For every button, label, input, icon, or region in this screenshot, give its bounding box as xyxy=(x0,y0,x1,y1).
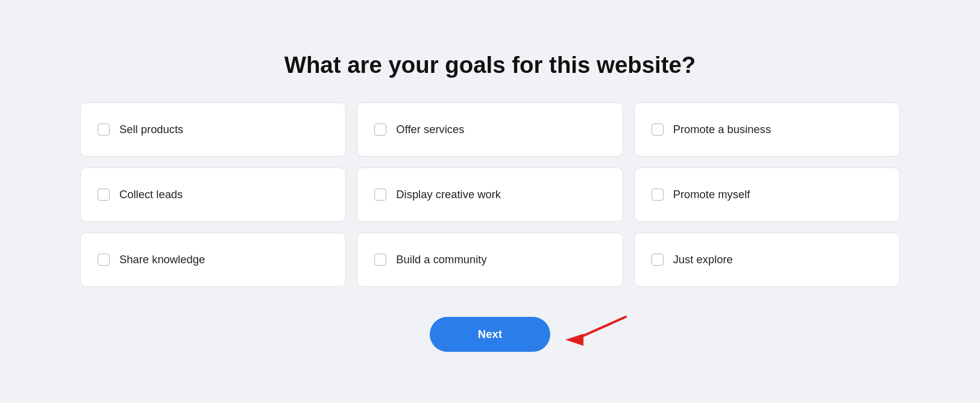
bottom-area: Next xyxy=(430,317,551,352)
checkbox-display-creative-work[interactable] xyxy=(374,189,386,201)
next-button[interactable]: Next xyxy=(430,317,551,352)
checkbox-promote-a-business[interactable] xyxy=(652,123,664,136)
option-card-share-knowledge[interactable]: Share knowledge xyxy=(80,233,346,287)
option-card-display-creative-work[interactable]: Display creative work xyxy=(357,167,623,222)
option-label-display-creative-work: Display creative work xyxy=(396,188,501,201)
option-card-collect-leads[interactable]: Collect leads xyxy=(80,167,346,222)
svg-marker-1 xyxy=(565,334,583,346)
option-card-sell-products[interactable]: Sell products xyxy=(80,102,346,157)
svg-line-0 xyxy=(574,317,626,340)
checkbox-collect-leads[interactable] xyxy=(98,189,110,201)
checkbox-build-a-community[interactable] xyxy=(374,254,386,266)
options-grid: Sell productsOffer servicesPromote a bus… xyxy=(80,102,900,287)
option-card-just-explore[interactable]: Just explore xyxy=(634,233,900,287)
checkbox-offer-services[interactable] xyxy=(374,123,386,136)
arrow-annotation xyxy=(550,311,629,355)
option-label-promote-a-business: Promote a business xyxy=(673,123,771,136)
option-label-promote-myself: Promote myself xyxy=(673,188,750,201)
checkbox-just-explore[interactable] xyxy=(652,254,664,266)
option-label-build-a-community: Build a community xyxy=(396,253,486,266)
option-card-promote-a-business[interactable]: Promote a business xyxy=(634,102,900,157)
option-label-just-explore: Just explore xyxy=(673,253,733,266)
option-label-share-knowledge: Share knowledge xyxy=(119,253,205,266)
option-card-build-a-community[interactable]: Build a community xyxy=(357,233,623,287)
checkbox-promote-myself[interactable] xyxy=(652,189,664,201)
checkbox-sell-products[interactable] xyxy=(98,123,110,136)
checkbox-share-knowledge[interactable] xyxy=(98,254,110,266)
page-title: What are your goals for this website? xyxy=(284,52,696,78)
option-label-collect-leads: Collect leads xyxy=(119,188,183,201)
option-card-offer-services[interactable]: Offer services xyxy=(357,102,623,157)
option-label-offer-services: Offer services xyxy=(396,123,464,136)
option-card-promote-myself[interactable]: Promote myself xyxy=(634,167,900,222)
option-label-sell-products: Sell products xyxy=(119,123,183,136)
